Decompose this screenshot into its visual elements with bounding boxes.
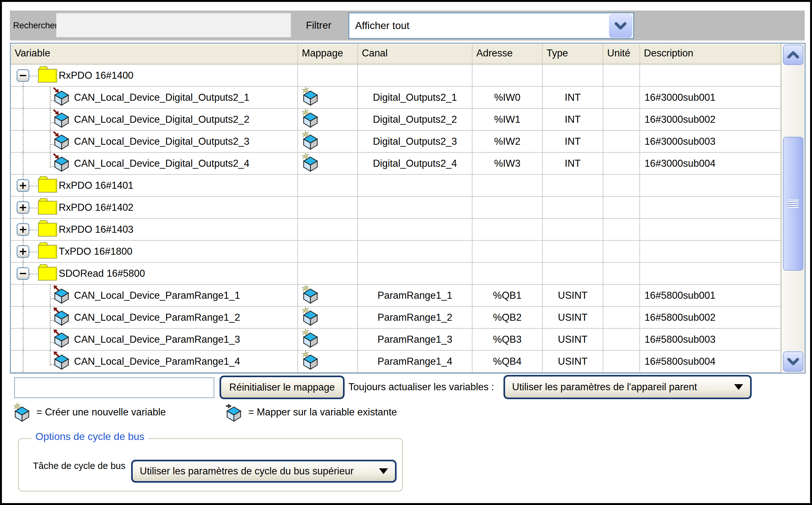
table-header-row: VariableMappageCanalAdresseTypeUnitéDesc… [11,44,781,65]
variable-row: CAN_Local_Device_ParamRange1_1ParamRange… [11,285,781,307]
column-header-canal[interactable]: Canal [358,44,472,65]
variable-cube-in-icon [53,87,70,106]
legend-map-existing: = Mapper sur la variable existante [225,401,397,424]
column-header-type[interactable]: Type [543,44,603,65]
variable-row: CAN_Local_Device_Digital_Outputs2_4Digit… [11,153,781,175]
canal-cell: ParamRange1_3 [358,329,472,350]
mapping-new-variable-icon [302,152,319,172]
variable-row: CAN_Local_Device_ParamRange1_2ParamRange… [11,307,781,329]
mappage-cell [298,175,358,196]
type-cell: INT [543,153,603,174]
reset-mapping-button-label: Réinitialiser le mappage [230,382,335,393]
expander-plus-icon[interactable] [17,179,29,192]
variable-label: CAN_Local_Device_ParamRange1_4 [74,356,240,367]
variable-row: CAN_Local_Device_Digital_Outputs2_2Digit… [11,109,781,131]
unite-cell [603,153,640,174]
description-cell: 16#5800sub001 [640,285,781,306]
tree-line [23,87,24,108]
folder-icon [37,197,58,215]
expander-minus-icon[interactable] [17,69,29,82]
type-cell: INT [543,109,603,130]
adresse-cell: %QB2 [472,307,543,328]
expander-plus-icon[interactable] [17,201,29,214]
mapping-new-variable-icon [302,130,319,150]
always-update-combobox[interactable]: Utiliser les paramètres de l'appareil pa… [504,375,752,399]
description-cell [640,219,781,240]
unite-cell [603,175,640,196]
adresse-cell: %IW1 [472,109,543,130]
filter-combobox[interactable]: Afficher tout [348,12,634,39]
bus-cycle-task-combobox[interactable]: Utiliser les paramètres de cycle du bus … [131,460,397,483]
column-header-unité[interactable]: Unité [603,44,640,65]
column-header-variable[interactable]: Variable [11,44,298,65]
group-label: RxPDO 16#1400 [59,70,133,81]
adresse-cell: %QB4 [472,351,543,372]
scroll-up-icon [787,51,800,59]
reset-mapping-button[interactable]: Réinitialiser le mappage [220,375,345,399]
group-label: RxPDO 16#1403 [59,224,133,235]
type-cell [543,219,603,240]
adresse-cell: %IW3 [472,153,543,174]
filter-combobox-value: Afficher tout [355,13,409,38]
search-input[interactable] [56,13,291,37]
canal-cell [358,65,472,86]
description-cell [640,197,781,218]
description-cell: 16#5800sub002 [640,307,781,328]
expander-plus-icon[interactable] [17,223,29,236]
type-cell [543,175,603,196]
tree-line [50,351,51,366]
variable-cube-in-icon [53,109,70,128]
tree-line [50,109,51,130]
variable-cube-in-icon [53,152,70,172]
mappage-cell [298,241,358,262]
column-header-description[interactable]: Description [640,44,781,65]
column-header-mappage[interactable]: Mappage [298,44,358,65]
unite-cell [603,307,640,328]
mappage-cell [298,329,358,350]
scroll-down-button[interactable] [783,351,803,372]
scroll-up-button[interactable] [783,45,803,65]
tree-line [29,207,37,208]
mappage-cell [298,285,358,306]
tree-line [50,285,51,306]
mapping-new-variable-icon [302,109,319,128]
mappage-cell [298,131,358,152]
legend-create-new-label: = Créer une nouvelle variable [36,406,166,418]
variable-label: CAN_Local_Device_Digital_Outputs2_2 [74,114,250,125]
unite-cell [603,197,640,218]
group-label: SDORead 16#5800 [59,268,145,279]
column-header-adresse[interactable]: Adresse [472,44,543,65]
canal-cell: Digital_Outputs2_4 [358,153,472,174]
unite-cell [603,219,640,240]
scrollbar-thumb[interactable] [783,137,803,271]
type-cell [543,197,603,218]
vertical-scrollbar[interactable] [781,44,805,373]
filter-combobox-dropdown-button[interactable] [609,14,632,38]
mapping-filter-input[interactable] [14,377,215,398]
variable-cube-in-icon [53,130,70,150]
scroll-thumb-grip [788,200,799,208]
group-label: TxPDO 16#1800 [59,246,132,257]
expander-plus-icon[interactable] [17,245,29,258]
unite-cell [603,351,640,372]
combo-caret-down-icon [379,468,388,474]
mapping-new-variable-icon [302,328,319,348]
adresse-cell [472,175,543,196]
expander-minus-icon[interactable] [17,267,29,280]
type-cell: USINT [543,307,603,328]
variable-cube-out-icon [53,328,70,348]
mapping-new-variable-icon [302,350,319,370]
tree-line [23,131,24,152]
unite-cell [603,109,640,130]
canal-cell [358,241,472,262]
canal-cell [358,197,472,218]
group-row: RxPDO 16#1403 [11,219,781,241]
type-cell: INT [543,87,603,108]
variable-cube-out-icon [53,350,70,370]
tree-line [23,285,24,306]
canal-cell: ParamRange1_4 [358,351,472,372]
table-rows: RxPDO 16#1400CAN_Local_Device_Digital_Ou… [11,65,781,373]
mapping-table: VariableMappageCanalAdresseTypeUnitéDesc… [10,43,806,374]
description-cell: 16#3000sub003 [640,131,781,152]
description-cell: 16#3000sub004 [640,153,781,174]
